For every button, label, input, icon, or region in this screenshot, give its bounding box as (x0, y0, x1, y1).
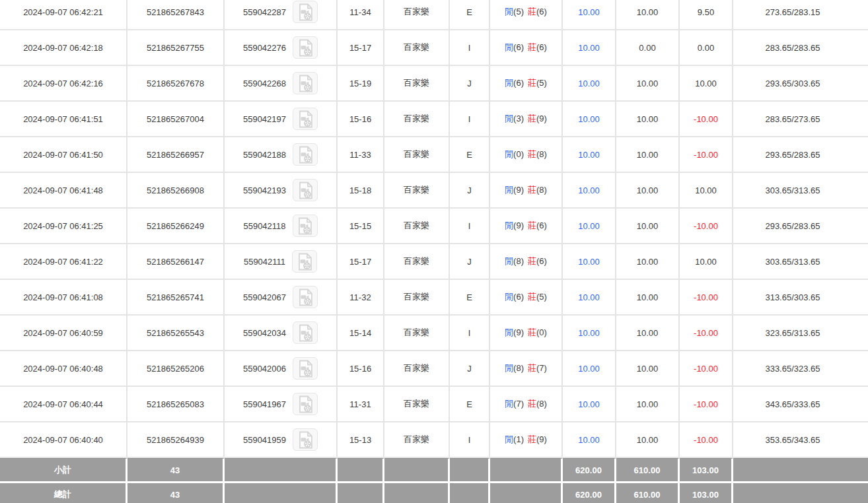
game-result: 閒(6)莊(6) (490, 30, 563, 66)
dealer-letter: E (450, 387, 490, 422)
win-loss: 0.00 (680, 30, 733, 66)
total-empty-cell (450, 481, 490, 503)
win-loss: -10.00 (680, 137, 733, 173)
dealer-letter: J (450, 351, 490, 387)
bet-amount: 10.00 (563, 30, 616, 66)
player-result-score: (7) (513, 399, 524, 409)
video-file-icon (298, 431, 313, 449)
dealer-letter: E (450, 0, 490, 30)
video-replay-button[interactable] (293, 393, 318, 415)
total-winloss-total: 103.00 (680, 481, 733, 503)
balance-before-after: 303.65/313.65 (733, 244, 868, 280)
balance-before-after: 283.65/273.65 (733, 102, 868, 137)
bet-amount: 10.00 (563, 137, 616, 173)
balance-before-after: 283.65/283.65 (733, 30, 868, 66)
video-replay-button[interactable] (293, 179, 318, 201)
player-result-label: 閒 (505, 114, 513, 123)
balance-before-after: 293.65/283.65 (733, 137, 868, 173)
table-number: 15-14 (338, 316, 384, 351)
player-result-label: 閒 (505, 434, 513, 444)
bet-time: 2024-09-07 06:41:08 (0, 280, 127, 316)
bet-id: 521865265741 (127, 280, 225, 316)
game-result: 閒(0)莊(8) (490, 137, 563, 173)
round-cell: 559042118 (225, 209, 338, 244)
round-cell: 559042188 (225, 137, 338, 173)
subtotal-empty-cell (733, 458, 868, 481)
banker-result-label: 莊 (528, 114, 536, 123)
table-row: 2024-09-07 06:40:48 521865265206 5590420… (0, 351, 868, 387)
game-name: 百家樂 (384, 102, 450, 137)
bet-time: 2024-09-07 06:41:48 (0, 173, 127, 209)
subtotal-label: 小計 (0, 458, 127, 481)
game-name: 百家樂 (384, 137, 450, 173)
table-row: 2024-09-07 06:41:48 521865266908 5590421… (0, 173, 868, 209)
dealer-letter: I (450, 30, 490, 66)
table-row: 2024-09-07 06:42:21 521865267843 5590422… (0, 0, 868, 30)
bet-amount: 10.00 (563, 244, 616, 280)
balance-before-after: 303.65/313.65 (733, 173, 868, 209)
bet-time: 2024-09-07 06:42:16 (0, 66, 127, 102)
video-replay-button[interactable] (293, 108, 318, 130)
player-result-label: 閒 (505, 327, 513, 337)
player-result-score: (9) (513, 185, 524, 195)
subtotal-count: 43 (127, 458, 225, 481)
total-row: 總計 43 620.00 610.00 103.00 (0, 481, 868, 503)
win-loss: -10.00 (680, 351, 733, 387)
bet-id: 521865266249 (127, 209, 225, 244)
player-result-label: 閒 (505, 78, 513, 88)
video-replay-button[interactable] (293, 286, 318, 308)
subtotal-empty-cell (225, 458, 338, 481)
bet-time: 2024-09-07 06:40:40 (0, 422, 127, 458)
dealer-letter: E (450, 137, 490, 173)
bet-id: 521865267755 (127, 30, 225, 66)
bet-amount: 10.00 (563, 351, 616, 387)
video-replay-button[interactable] (293, 143, 318, 166)
valid-amount: 10.00 (616, 244, 680, 280)
video-replay-button[interactable] (293, 428, 318, 451)
dealer-letter: J (450, 66, 490, 102)
round-cell: 559042111 (225, 244, 338, 280)
game-name: 百家樂 (384, 316, 450, 351)
round-id: 559042276 (243, 43, 286, 53)
balance-before-after: 353.65/343.65 (733, 422, 868, 458)
banker-result-score: (8) (536, 399, 547, 409)
round-cell: 559042276 (225, 30, 338, 66)
valid-amount: 10.00 (616, 137, 680, 173)
bet-time: 2024-09-07 06:41:22 (0, 244, 127, 280)
video-replay-button[interactable] (293, 1, 318, 23)
video-replay-button[interactable] (293, 321, 318, 344)
round-cell: 559041959 (225, 422, 338, 458)
round-id: 559041967 (243, 399, 286, 409)
round-id: 559042197 (243, 114, 286, 124)
banker-result-label: 莊 (528, 434, 536, 444)
bet-time: 2024-09-07 06:41:25 (0, 209, 127, 244)
video-replay-button[interactable] (293, 72, 318, 94)
banker-result-label: 莊 (528, 292, 536, 302)
video-replay-button[interactable] (293, 215, 318, 237)
total-label: 總計 (0, 481, 127, 503)
win-loss: -10.00 (680, 209, 733, 244)
banker-result-label: 莊 (528, 363, 536, 373)
player-result-score: (1) (513, 434, 524, 444)
win-loss: -10.00 (680, 316, 733, 351)
player-result-score: (0) (513, 149, 524, 159)
player-result-score: (8) (513, 363, 524, 373)
video-replay-button[interactable] (292, 250, 317, 273)
banker-result-score: (8) (536, 185, 547, 195)
video-file-icon (298, 75, 313, 92)
round-id: 559042287 (243, 7, 286, 17)
bet-amount: 10.00 (563, 316, 616, 351)
video-replay-button[interactable] (293, 36, 318, 59)
round-cell: 559042287 (225, 0, 338, 30)
video-file-icon (297, 253, 312, 271)
total-empty-cell (490, 481, 563, 503)
player-result-label: 閒 (505, 149, 513, 159)
subtotal-row: 小計 43 620.00 610.00 103.00 (0, 458, 868, 481)
balance-before-after: 343.65/333.65 (733, 387, 868, 422)
banker-result-score: (8) (536, 149, 547, 159)
video-replay-button[interactable] (293, 357, 318, 380)
player-result-label: 閒 (505, 185, 513, 195)
total-bet-total: 620.00 (563, 481, 616, 503)
total-count: 43 (127, 481, 225, 503)
bet-time: 2024-09-07 06:42:21 (0, 0, 127, 30)
